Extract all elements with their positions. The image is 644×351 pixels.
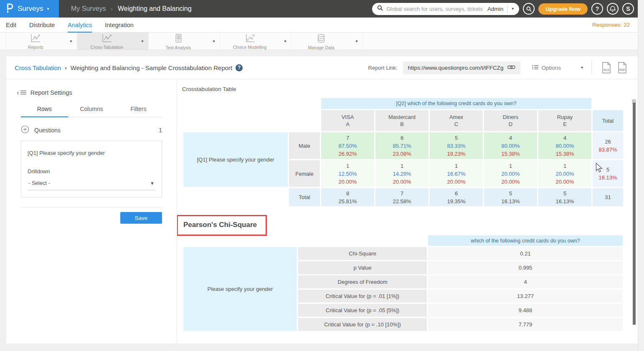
report-card: Cross Tabulation › Weighting and Balanci…	[6, 56, 638, 343]
product-switcher[interactable]: Surveys ▾	[0, 0, 59, 18]
responses-count: Responses: 22	[592, 22, 638, 28]
metric-label: Critical Value for (p = .10 [10%])	[298, 318, 427, 331]
tab-integration[interactable]: Integration	[105, 18, 134, 33]
column-header-mastercard: MastercardB	[375, 110, 428, 131]
choice-modelling-dropdown-caret-icon[interactable]: ▾	[279, 33, 291, 50]
product-name: Surveys	[18, 5, 43, 13]
row-label-male: Male	[289, 132, 320, 159]
drilldown-label: Drilldown	[28, 168, 155, 174]
tab-rows[interactable]: Rows	[21, 103, 68, 117]
questions-count: 1	[159, 127, 162, 134]
row-total-cell: 516.13%	[593, 160, 623, 187]
crosstab-cell: 120.00%20.00%	[538, 160, 591, 187]
add-question-icon[interactable]	[21, 125, 29, 135]
list-icon	[532, 64, 538, 71]
crosstab-section-title: Crosstabulation Table	[182, 86, 638, 92]
report-url: https://www.questionpro.com/t/lFFCZg	[408, 65, 504, 71]
reports-dropdown-caret-icon[interactable]: ▾	[65, 33, 77, 50]
drilldown-select[interactable]: - Select - ▼	[28, 174, 155, 190]
metric-value: 13.277	[428, 290, 623, 303]
search-scope-caret-icon[interactable]: ▾	[508, 7, 517, 11]
toolbar-choice-modelling[interactable]: Choice Modelling ▾	[220, 33, 292, 50]
app-window: Surveys ▾ My Surveys › Weighting and Bal…	[0, 0, 644, 351]
report-header: Cross Tabulation › Weighting and Balanci…	[6, 56, 638, 79]
chevron-down-icon: ▼	[150, 181, 155, 186]
cross-tabulation-dropdown-caret-icon[interactable]: ▾	[137, 33, 148, 50]
crosstab-cell: 116.67%20.00%	[430, 160, 483, 187]
global-search: Admin ▾	[372, 3, 519, 15]
chi-square-row-header: Please specify your gender	[183, 247, 297, 331]
user-avatar[interactable]: S	[622, 3, 634, 15]
metric-label: Degrees of Freedom	[298, 275, 427, 288]
tab-analytics[interactable]: Analytics	[68, 18, 92, 33]
report-link-label: Report Link:	[368, 65, 398, 71]
collapse-panel-icon[interactable]: ‹	[17, 89, 26, 96]
options-caret-icon[interactable]: ▾	[581, 66, 583, 70]
search-scope-selector[interactable]: Admin	[483, 6, 507, 12]
manage-data-dropdown-caret-icon[interactable]: ▾	[351, 33, 363, 50]
tab-distribute[interactable]: Distribute	[29, 18, 55, 33]
toolbar-text-analysis[interactable]: Text Analysis ▾	[149, 33, 220, 50]
breadcrumb: My Surveys › Weighting and Balancing	[59, 5, 192, 13]
chi-square-column-header: which of the following credit cards do y…	[428, 235, 623, 246]
question-text: [Q1] Please specify your gender	[28, 150, 155, 156]
report-url-box[interactable]: https://www.questionpro.com/t/lFFCZg	[403, 61, 521, 74]
page-scrollbar-track[interactable]	[638, 0, 644, 351]
notifications-bell-icon[interactable]	[607, 3, 619, 15]
report-help-icon[interactable]: ?	[236, 64, 243, 71]
chevron-down-icon: ▾	[47, 7, 49, 11]
crosstab-cell: 480.00%15.38%	[484, 132, 537, 159]
metric-value: 0.21	[428, 247, 623, 260]
toolbar-cross-tabulation[interactable]: Cross-Tabulation ▾	[77, 33, 149, 50]
drilldown-value: - Select -	[28, 180, 50, 186]
chevron-right-icon: ›	[65, 65, 66, 71]
scatter-chart-icon	[245, 34, 255, 44]
divider	[21, 207, 162, 207]
row-label-female: Female	[289, 160, 320, 187]
upgrade-now-button[interactable]: Upgrade Now	[538, 3, 588, 15]
crosstab-total-cell: 516.13%	[484, 188, 537, 206]
chevron-right-icon: ›	[111, 6, 113, 12]
report-scrollbar-thumb[interactable]	[633, 103, 636, 325]
settings-tabs: Rows Columns Filters	[21, 103, 162, 117]
help-button[interactable]: ?	[591, 3, 603, 15]
tab-edit[interactable]: Edit	[6, 18, 16, 33]
table-row-total: Total 825.81% 722.58% 619.35% 516.13% 51…	[183, 188, 623, 206]
metric-label: Critical Value for (p = .01 [1%])	[298, 290, 427, 303]
column-header-visa: VISAA	[321, 110, 374, 131]
metric-label: Critical Value for (p = .05 [5%])	[298, 304, 427, 317]
text-analysis-dropdown-caret-icon[interactable]: ▾	[208, 33, 220, 50]
metric-value: 0.995	[428, 261, 623, 274]
save-button[interactable]: Save	[120, 212, 162, 224]
crosstab-total-cell: 516.13%	[538, 188, 591, 206]
toolbar-reports[interactable]: Reports ▾	[6, 33, 77, 50]
search-icon	[377, 5, 383, 13]
analytics-toolbar: Reports ▾ Cross-Tabulation ▾ Text Analys…	[0, 33, 638, 50]
export-xls-button[interactable]: XLS	[598, 62, 614, 74]
breadcrumb-my-surveys[interactable]: My Surveys	[71, 5, 106, 13]
crosstab-cell: 583.33%19.23%	[430, 132, 483, 159]
options-label: Options	[541, 65, 561, 71]
cross-tabulation-link[interactable]: Cross Tabulation	[15, 64, 61, 71]
export-pdf-button[interactable]: PDF	[614, 62, 630, 74]
crosstab-cell: 685.71%23.08%	[375, 132, 428, 159]
toolbar-manage-data[interactable]: Manage Data ▾	[292, 33, 363, 50]
search-submit-button[interactable]	[523, 3, 535, 15]
pdf-label: PDF	[619, 68, 626, 71]
crosstab-column-question: [Q2] which of the following credit cards…	[321, 98, 591, 109]
chi-square-table: which of the following credit cards do y…	[182, 234, 624, 332]
row-total-cell: 2683.87%	[593, 132, 623, 159]
tab-filters[interactable]: Filters	[115, 103, 162, 117]
options-menu[interactable]: Options ▾	[532, 64, 583, 71]
tab-columns[interactable]: Columns	[68, 103, 115, 117]
line-chart-icon	[30, 34, 41, 44]
search-input[interactable]	[386, 6, 483, 12]
row-question-cell: [Q1] Please specify your gender	[183, 132, 288, 187]
question-card: [Q1] Please specify your gender Drilldow…	[21, 141, 162, 197]
toolbar-item-label: Cross-Tabulation	[91, 45, 124, 50]
crosstab-cell: 480.00%15.38%	[538, 132, 591, 159]
row-label-total: Total	[289, 188, 320, 206]
link-icon[interactable]	[507, 65, 515, 71]
breadcrumb-current-survey: Weighting and Balancing	[118, 5, 192, 13]
divider	[591, 61, 592, 75]
